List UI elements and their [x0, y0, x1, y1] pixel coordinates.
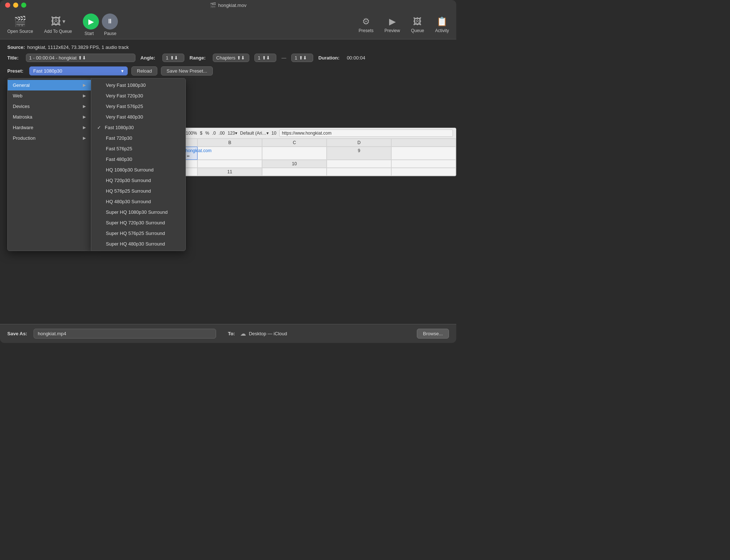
angle-select[interactable]: 1 ⬆⬇: [162, 54, 184, 62]
save-as-label: Save As:: [7, 331, 27, 336]
queue-icon: 🖼: [413, 16, 422, 27]
preset-item-hq720s[interactable]: HQ 720p30 Surround: [91, 175, 185, 186]
activity-icon: 📋: [437, 16, 447, 27]
preview-icon: ▶: [389, 16, 396, 27]
preset-item-shq1080s[interactable]: Super HQ 1080p30 Surround: [91, 207, 185, 217]
window-title: 🎬 hongkiat.mov: [210, 2, 246, 8]
dropdown-category-hardware[interactable]: Hardware ▶: [8, 122, 91, 133]
row-num-10: 10: [262, 160, 327, 168]
qr-icon: ▪▪: [187, 154, 189, 158]
add-to-queue-icon: 🖼: [51, 15, 61, 27]
preset-item-hq1080s[interactable]: HQ 1080p30 Surround: [91, 165, 185, 175]
dropdown-category-web[interactable]: Web ▶: [8, 90, 91, 101]
maximize-button[interactable]: [21, 3, 26, 8]
preview-button[interactable]: ▶ Preview: [384, 16, 400, 33]
preset-item-vf720[interactable]: Very Fast 720p30: [91, 90, 185, 101]
duration-value: 00:00:04: [347, 55, 365, 61]
preset-item-vf576[interactable]: Very Fast 576p25: [91, 101, 185, 112]
preset-item-f480[interactable]: Fast 480p30: [91, 154, 185, 165]
source-label: Source:: [7, 45, 25, 50]
spreadsheet-toolbar: 100% $ % .0 .00 123▾ Default (Ari…▾ 10: [183, 128, 456, 139]
cell-b9: [391, 147, 456, 160]
row-num-1: [391, 139, 456, 147]
chapter-to-select[interactable]: 1 ⬆⬇: [291, 54, 313, 62]
toolbar-right: ⚙ Presets ▶ Preview 🖼 Queue 📋 Activity: [359, 16, 449, 33]
open-source-icon: 🎬: [14, 15, 27, 27]
presets-button[interactable]: ⚙ Presets: [359, 16, 374, 33]
preset-item-hq480s[interactable]: HQ 480p30 Surround: [91, 196, 185, 207]
savebar-to: To: ☁ Desktop — iCloud: [228, 330, 287, 337]
presets-icon: ⚙: [362, 16, 370, 27]
reload-button[interactable]: Reload: [131, 66, 157, 76]
browse-button[interactable]: Browse...: [417, 329, 449, 339]
add-to-queue-button[interactable]: 🖼 ▾ Add To Queue: [44, 15, 72, 34]
preset-select[interactable]: Fast 1080p30 ▾: [29, 66, 128, 76]
cell-c1: [197, 147, 262, 160]
cell-c10: [391, 160, 456, 168]
filename-input[interactable]: [34, 329, 216, 339]
url-bar[interactable]: [279, 130, 453, 137]
preset-row: Preset: Fast 1080p30 ▾ Reload Save New P…: [7, 66, 449, 76]
minimize-button[interactable]: [13, 3, 18, 8]
destination-value: Desktop — iCloud: [249, 331, 287, 336]
col-header-b: B: [197, 139, 262, 147]
window-controls: [5, 3, 26, 8]
cell-d11: [391, 168, 456, 176]
source-row: Source: hongkiat, 1112x624, 73.3829 FPS,…: [7, 45, 449, 50]
preset-item-f1080[interactable]: Fast 1080p30: [91, 122, 185, 133]
angle-label: Angle:: [141, 55, 155, 61]
titlebar: 🎬 hongkiat.mov: [0, 0, 456, 10]
cell-b10: [327, 160, 391, 168]
dropdown-category-matroska[interactable]: Matroska ▶: [8, 112, 91, 122]
cell-c11: [327, 168, 391, 176]
pause-button[interactable]: ⏸: [102, 13, 118, 30]
preset-item-vf480[interactable]: Very Fast 480p30: [91, 112, 185, 122]
close-button[interactable]: [5, 3, 10, 8]
cell-d1: [262, 147, 327, 160]
preset-item-f720[interactable]: Fast 720p30: [91, 133, 185, 143]
range-select[interactable]: Chapters ⬆⬇: [213, 54, 249, 62]
preset-dropdown: General ▶ Web ▶ Devices ▶ Matroska ▶ Har…: [7, 78, 186, 251]
savebar: Save As: To: ☁ Desktop — iCloud Browse..…: [0, 324, 456, 343]
start-button[interactable]: ▶: [83, 13, 99, 30]
title-select[interactable]: 1 - 00:00:04 - hongkiat ⬆⬇: [26, 54, 135, 62]
spreadsheet-background: 100% $ % .0 .00 123▾ Default (Ari…▾ 10 B…: [182, 128, 456, 176]
dropdown-category-production[interactable]: Production ▶: [8, 133, 91, 143]
title-label: Title:: [7, 55, 19, 61]
save-new-preset-button[interactable]: Save New Preset...: [161, 66, 212, 76]
start-label: Start: [85, 31, 94, 36]
col-header-d: D: [327, 139, 391, 147]
preset-item-shq576s[interactable]: Super HQ 576p25 Surround: [91, 228, 185, 239]
preset-item-f576[interactable]: Fast 576p25: [91, 143, 185, 154]
pause-label: Pause: [104, 31, 116, 36]
spreadsheet-grid: B C D hongkiat.com ▪▪ 9 10 11: [183, 139, 456, 176]
preset-item-shq720s[interactable]: Super HQ 720p30 Surround: [91, 217, 185, 228]
preset-label: Preset:: [7, 68, 23, 74]
title-row: Title: 1 - 00:00:04 - hongkiat ⬆⬇ Angle:…: [7, 54, 449, 62]
open-source-button[interactable]: 🎬 Open Source: [7, 15, 33, 34]
row-num-11: 11: [197, 168, 262, 176]
dropdown-presets: Very Fast 1080p30 Very Fast 720p30 Very …: [91, 78, 186, 251]
preset-item-hq576s[interactable]: HQ 576p25 Surround: [91, 186, 185, 196]
to-label: To:: [228, 331, 235, 336]
preset-item-shq480s[interactable]: Super HQ 480p30 Surround: [91, 239, 185, 249]
duration-label: Duration:: [318, 55, 339, 61]
range-label: Range:: [189, 55, 205, 61]
toolbar: 🎬 Open Source 🖼 ▾ Add To Queue ▶ ⏸ Start…: [0, 10, 456, 39]
dropdown-arrow-icon: ▾: [62, 18, 65, 25]
row-num-9: 9: [327, 147, 391, 160]
dropdown-categories: General ▶ Web ▶ Devices ▶ Matroska ▶ Har…: [7, 78, 91, 251]
preset-item-vf1080[interactable]: Very Fast 1080p30: [91, 80, 185, 90]
cell-d9: [197, 160, 262, 168]
dropdown-category-devices[interactable]: Devices ▶: [8, 101, 91, 112]
file-icon: 🎬: [210, 2, 216, 8]
chapter-from-select[interactable]: 1 ⬆⬇: [254, 54, 276, 62]
cloud-icon: ☁: [240, 330, 246, 337]
activity-button[interactable]: 📋 Activity: [435, 16, 449, 33]
col-header-c: C: [262, 139, 327, 147]
start-pause-group: ▶ ⏸ Start Pause: [83, 13, 118, 36]
dropdown-category-general[interactable]: General ▶: [8, 80, 91, 90]
source-value: hongkiat, 1112x624, 73.3829 FPS, 1 audio…: [27, 45, 128, 50]
queue-button[interactable]: 🖼 Queue: [411, 16, 424, 33]
cell-b11: [262, 168, 327, 176]
